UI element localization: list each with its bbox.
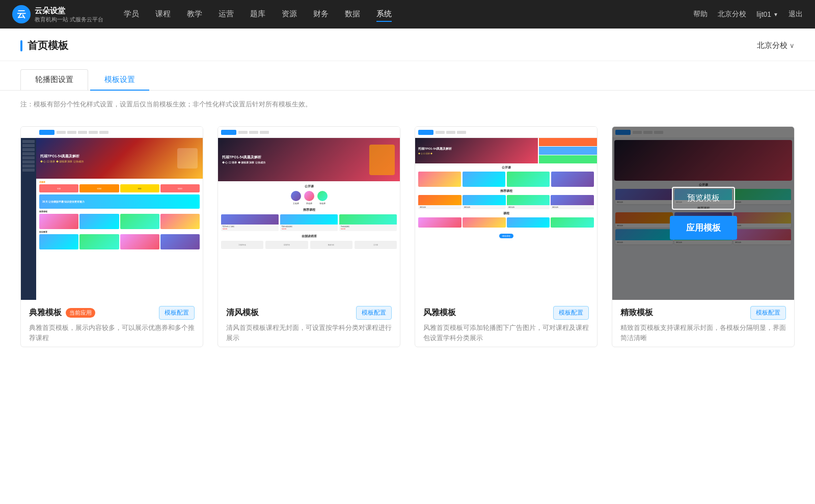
card-name-4: 精致模板 (620, 307, 653, 318)
nav-branch[interactable]: 北京分校 (718, 10, 746, 19)
card-footer-2: 清风模板 模板配置 清风首页模板课程无封面，可设置按学科分类对课程进行展示 (218, 300, 400, 347)
template-card-3: 托福TPO1-54真题及解析 ◆ 心 口 语录 ◆ (415, 126, 597, 347)
branch-selector[interactable]: 北京分校 (757, 41, 795, 50)
template-preview-1: 托福TPO1-54真题及解析 ◆ 心 口 语录 ◆ 读练课 加班 让你成功 优惠… (21, 127, 203, 300)
overlay-preview-button[interactable]: 预览模板 (672, 187, 735, 210)
title-bar-decoration (20, 40, 22, 51)
nav-user[interactable]: lijt01 (756, 10, 778, 18)
card-desc-1: 典雅首页模板，展示内容较多，可以展示优惠券和多个推荐课程 (29, 323, 195, 343)
nav-item-system[interactable]: 系统 (376, 7, 392, 22)
page-title-wrap: 首页模板 (20, 39, 68, 52)
nav-item-finance[interactable]: 财务 (313, 7, 329, 22)
logo-icon: 云 (12, 5, 31, 23)
nav-logo[interactable]: 云 云朵设堂 教育机构一站 式服务云平台 (12, 5, 103, 23)
nav-logout[interactable]: 退出 (789, 10, 803, 19)
nav-item-question-bank[interactable]: 题库 (250, 7, 265, 22)
card-name-3: 风雅模板 (423, 307, 456, 318)
card-footer-1: 典雅模板 当前应用 模板配置 典雅首页模板，展示内容较多，可以展示优惠券和多个推… (21, 300, 203, 347)
card-config-btn-2[interactable]: 模板配置 (356, 306, 392, 320)
main-nav: 云 云朵设堂 教育机构一站 式服务云平台 学员 课程 教学 运营 题库 资源 财… (0, 0, 815, 29)
overlay-apply-button[interactable]: 应用模板 (670, 216, 737, 240)
template-card-4: 公开课 课程名称 课程名称 (612, 126, 795, 347)
template-preview-4: 公开课 课程名称 课程名称 (612, 127, 794, 300)
card-desc-4: 精致首页模板支持课程展示封面，各模板分隔明显，界面简洁清晰 (620, 323, 786, 343)
page-title: 首页模板 (28, 39, 68, 52)
template-overlay-4: 预览模板 应用模板 (612, 127, 794, 300)
nav-item-students[interactable]: 学员 (124, 7, 139, 22)
nav-right: 帮助 北京分校 lijt01 退出 (693, 10, 803, 19)
card-config-btn-1[interactable]: 模板配置 (159, 306, 195, 320)
template-note: 注：模板有部分个性化样式设置，设置后仅当前模板生效；非个性化样式设置后针对所有模… (0, 91, 815, 114)
card-footer-3: 风雅模板 模板配置 风雅首页模板可添加轮播图下广告图片，可对课程及课程包设置学科… (415, 300, 597, 347)
nav-item-data[interactable]: 数据 (345, 7, 360, 22)
template-preview-2: 托福TPO1-54真题及解析 ◆ 心 口 语录 ◆ 读练课 加班 让你成功 公开… (218, 127, 400, 300)
tabs-container: 轮播图设置 模板设置 (0, 69, 815, 91)
tab-carousel[interactable]: 轮播图设置 (20, 69, 88, 90)
page-header: 首页模板 北京分校 (0, 29, 815, 61)
card-config-btn-3[interactable]: 模板配置 (553, 306, 589, 320)
card-name-1: 典雅模板 (29, 307, 62, 318)
nav-item-resources[interactable]: 资源 (282, 7, 297, 22)
template-card-1: 托福TPO1-54真题及解析 ◆ 心 口 语录 ◆ 读练课 加班 让你成功 优惠… (20, 126, 203, 347)
logo-text: 云朵设堂 教育机构一站 式服务云平台 (35, 6, 103, 23)
nav-item-courses[interactable]: 课程 (155, 7, 171, 22)
template-preview-3: 托福TPO1-54真题及解析 ◆ 心 口 语录 ◆ (415, 127, 597, 300)
tab-template[interactable]: 模板设置 (90, 70, 149, 91)
templates-grid: 托福TPO1-54真题及解析 ◆ 心 口 语录 ◆ 读练课 加班 让你成功 优惠… (0, 114, 815, 368)
nav-menu: 学员 课程 教学 运营 题库 资源 财务 数据 系统 (124, 7, 693, 22)
nav-item-operations[interactable]: 运营 (219, 7, 234, 22)
card-badge-1: 当前应用 (66, 308, 95, 318)
nav-help[interactable]: 帮助 (693, 10, 708, 19)
card-desc-3: 风雅首页模板可添加轮播图下广告图片，可对课程及课程包设置学科分类展示 (423, 323, 589, 343)
card-footer-4: 精致模板 模板配置 精致首页模板支持课程展示封面，各模板分隔明显，界面简洁清晰 (612, 300, 794, 347)
template-card-2: 托福TPO1-54真题及解析 ◆ 心 口 语录 ◆ 读练课 加班 让你成功 公开… (218, 126, 400, 347)
card-name-2: 清风模板 (226, 307, 259, 318)
nav-item-teaching[interactable]: 教学 (187, 7, 202, 22)
card-config-btn-4[interactable]: 模板配置 (750, 306, 786, 320)
card-desc-2: 清风首页模板课程无封面，可设置按学科分类对课程进行展示 (226, 323, 392, 343)
page-content: 首页模板 北京分校 轮播图设置 模板设置 注：模板有部分个性化样式设置，设置后仅… (0, 29, 815, 504)
